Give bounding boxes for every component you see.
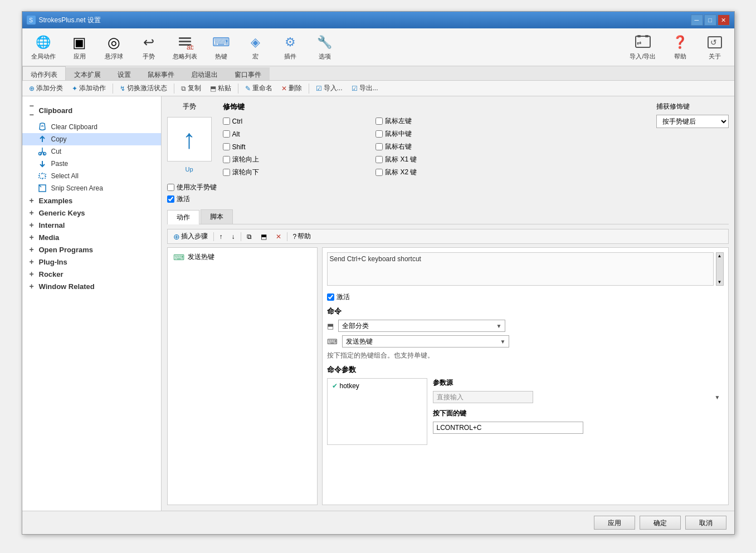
- toolbar-importexport[interactable]: ⇄ 导入/导出: [625, 31, 660, 63]
- copy-action-btn[interactable]: ⧉ 复制: [178, 82, 204, 94]
- toolbar-option[interactable]: 🔧 选项: [310, 31, 340, 63]
- command-name-select[interactable]: 发送热键: [342, 335, 509, 348]
- step-up-btn[interactable]: ↑: [216, 232, 226, 242]
- list-item[interactable]: Cut: [22, 145, 161, 158]
- alt-checkbox[interactable]: [223, 130, 230, 138]
- mouse-middle-checkbox[interactable]: [375, 130, 383, 138]
- add-action-btn[interactable]: ✦ 添加动作: [69, 82, 109, 94]
- list-item[interactable]: Copy: [22, 133, 161, 145]
- tab-mouse-events[interactable]: 鼠标事件: [139, 67, 183, 80]
- capture-select[interactable]: 按手势键后 按手势键前 不捕获: [656, 115, 729, 128]
- list-item[interactable]: Paste: [22, 158, 161, 170]
- shift-checkbox[interactable]: [223, 143, 230, 150]
- step-paste-btn[interactable]: ⬒: [257, 232, 270, 242]
- toolbar-app[interactable]: ▣ 应用: [65, 31, 95, 63]
- mouse-left-checkbox[interactable]: [375, 118, 383, 125]
- list-item[interactable]: Clear Clipboard: [22, 121, 161, 133]
- tab-text-expand[interactable]: 文本扩展: [66, 67, 109, 80]
- import-btn[interactable]: ☑ 导入...: [313, 82, 346, 94]
- bottom-bar: 应用 确定 取消: [22, 511, 734, 534]
- step-active-option[interactable]: 激活: [327, 292, 350, 302]
- import-label: 导入...: [324, 84, 343, 93]
- cancel-button[interactable]: 取消: [685, 516, 726, 530]
- modifier-mouse-left[interactable]: 鼠标左键: [375, 116, 517, 126]
- toolbar-hotkey[interactable]: ⌨ 热键: [206, 31, 236, 63]
- add-category-btn[interactable]: ⊕ 添加分类: [26, 82, 66, 94]
- rename-btn[interactable]: ✎ 重命名: [242, 82, 276, 94]
- mouse-right-label: 鼠标右键: [385, 142, 412, 151]
- mouse-right-checkbox[interactable]: [375, 143, 383, 150]
- list-item[interactable]: Select All: [22, 170, 161, 182]
- scroll-down-checkbox[interactable]: [223, 169, 230, 176]
- delete-btn[interactable]: ✕ 删除: [278, 82, 305, 94]
- ok-button[interactable]: 确定: [640, 516, 681, 530]
- paste-label: Paste: [51, 160, 69, 168]
- toggle-active-btn[interactable]: ↯ 切换激活状态: [116, 82, 170, 94]
- key-input[interactable]: [433, 422, 583, 434]
- toolbar-help[interactable]: ❓ 帮助: [665, 31, 695, 63]
- step-help-btn[interactable]: ? 帮助: [290, 231, 315, 242]
- tab-action-list[interactable]: 动作列表: [22, 66, 66, 80]
- modifier-alt[interactable]: Alt: [223, 129, 359, 139]
- step-copy-btn[interactable]: ⧉: [243, 232, 255, 242]
- capture-title: 捕获修饰键: [656, 102, 729, 111]
- toolbar-hover[interactable]: ◎ 悬浮球: [99, 31, 129, 63]
- list-item[interactable]: ⌨ 发送热键: [170, 250, 315, 264]
- scroll-down-label: 滚轮向下: [232, 168, 259, 177]
- modifier-mouse-x2[interactable]: 鼠标 X2 键: [375, 168, 517, 177]
- category-clipboard[interactable]: − Clipboard: [22, 100, 161, 121]
- tab-window-events[interactable]: 窗口事件: [226, 67, 270, 80]
- toolbar-blocklist[interactable]: abc 忽略列表: [168, 31, 202, 63]
- category-examples[interactable]: + Examples: [22, 194, 161, 207]
- maximize-button[interactable]: □: [704, 14, 716, 26]
- source-select[interactable]: 直接输入: [433, 391, 533, 403]
- toolbar-gesture[interactable]: ↩ 手势: [134, 31, 164, 63]
- category-media[interactable]: + Media: [22, 231, 161, 243]
- description-scrollbar[interactable]: ▲ ▼: [716, 252, 724, 286]
- apply-button[interactable]: 应用: [594, 516, 635, 530]
- ctrl-checkbox[interactable]: [223, 118, 230, 125]
- list-item[interactable]: ✔ hotkey: [330, 381, 425, 391]
- category-generic-keys[interactable]: + Generic Keys: [22, 207, 161, 219]
- tab-script[interactable]: 脚本: [201, 209, 233, 224]
- use-secondary-checkbox[interactable]: [167, 184, 174, 191]
- category-window-related[interactable]: + Window Related: [22, 280, 161, 292]
- tab-settings[interactable]: 设置: [109, 67, 139, 80]
- modifier-mouse-right[interactable]: 鼠标右键: [375, 142, 517, 151]
- step-active-checkbox[interactable]: [327, 293, 334, 301]
- scroll-up-checkbox[interactable]: [223, 156, 230, 163]
- export-btn[interactable]: ☑ 导出...: [348, 82, 382, 94]
- insert-step-btn[interactable]: ⊕ 插入步骤: [170, 231, 211, 242]
- modifier-ctrl[interactable]: Ctrl: [223, 116, 359, 126]
- command-category-select[interactable]: 全部分类: [338, 320, 505, 332]
- category-internal[interactable]: + Internal: [22, 219, 161, 231]
- minimize-button[interactable]: ─: [691, 14, 703, 26]
- use-secondary-option[interactable]: 使用次手势键: [167, 183, 729, 192]
- add-action-label: 添加动作: [79, 84, 106, 93]
- paste-action-btn[interactable]: ⬒ 粘贴: [207, 82, 235, 94]
- tab-startup-exit[interactable]: 启动退出: [183, 67, 226, 80]
- toolbar-global[interactable]: 🌐 全局动作: [27, 31, 60, 63]
- modifier-mouse-middle[interactable]: 鼠标中键: [375, 129, 517, 139]
- mouse-x2-checkbox[interactable]: [375, 169, 383, 176]
- activate-option[interactable]: 激活: [167, 194, 729, 204]
- modifier-section: 修饰键 Ctrl 鼠标左键 Alt: [223, 102, 634, 177]
- step-delete-btn[interactable]: ✕: [272, 232, 285, 242]
- modifier-mouse-x1[interactable]: 鼠标 X1 键: [375, 155, 517, 164]
- toolbar-macro[interactable]: ◈ 宏: [241, 31, 271, 63]
- toolbar-plugin[interactable]: ⚙ 插件: [275, 31, 305, 63]
- modifier-shift[interactable]: Shift: [223, 142, 359, 151]
- category-plug-ins[interactable]: + Plug-Ins: [22, 256, 161, 268]
- mouse-x1-checkbox[interactable]: [375, 156, 383, 163]
- mouse-middle-label: 鼠标中键: [385, 129, 412, 139]
- toolbar-about[interactable]: ↺ 关于: [700, 31, 730, 63]
- close-button[interactable]: ✕: [718, 14, 730, 26]
- step-down-btn[interactable]: ↓: [228, 232, 238, 242]
- tab-action[interactable]: 动作: [167, 210, 199, 224]
- modifier-scroll-up[interactable]: 滚轮向上: [223, 155, 359, 164]
- list-item[interactable]: Snip Screen Area: [22, 182, 161, 194]
- activate-checkbox[interactable]: [167, 195, 174, 203]
- category-open-programs[interactable]: + Open Programs: [22, 243, 161, 256]
- modifier-scroll-down[interactable]: 滚轮向下: [223, 168, 359, 177]
- category-rocker[interactable]: + Rocker: [22, 268, 161, 280]
